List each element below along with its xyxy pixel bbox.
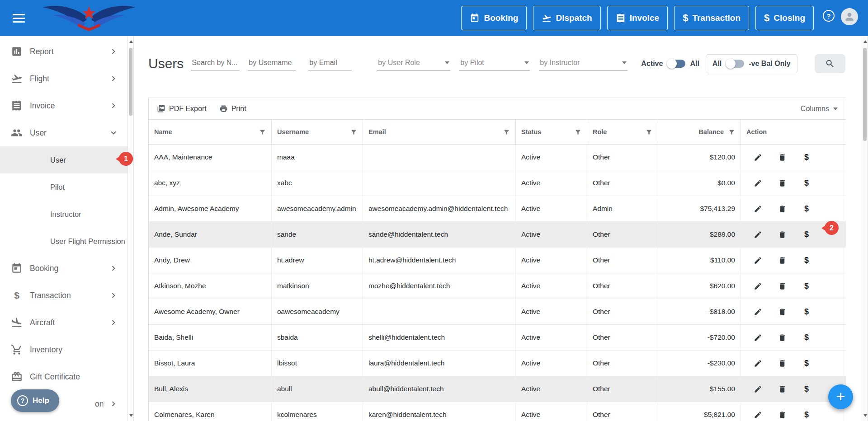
filter-icon[interactable] [259,129,266,136]
delete-button[interactable] [777,411,787,419]
transaction-button[interactable]: $ [802,178,811,188]
column-header-role[interactable]: Role [587,120,658,144]
edit-button[interactable] [753,179,763,187]
edit-button[interactable] [753,256,763,265]
table-row[interactable]: Andy, Drew ht.adrew ht.adrew@hiddentalen… [149,248,846,273]
filter-icon[interactable] [646,129,652,136]
table-row[interactable]: Bissot, Laura lbissot laura@hiddentalent… [149,351,846,376]
search-button[interactable] [815,54,845,73]
table-row[interactable]: Baida, Shelli sbaida shelli@hiddentalent… [149,325,846,351]
table-row[interactable]: abc, xyz xabc Active Other $0.00 $ [149,170,846,196]
transaction-button[interactable]: $ [802,384,811,394]
sidebar-item-booking[interactable]: Booking [0,255,127,282]
transaction-button[interactable]: $ [802,307,811,317]
table-row[interactable]: AAA, Maintenance maaa Active Other $120.… [149,145,846,170]
search-name-input[interactable] [191,57,240,70]
delete-button[interactable] [777,359,787,368]
transaction-button[interactable]: $ [802,230,811,239]
transaction-button[interactable]: $ [802,204,811,214]
sidebar-item-transaction[interactable]: $ Transaction [0,282,127,309]
edit-button[interactable] [753,153,763,162]
column-header-name[interactable]: Name [149,120,272,144]
sidebar-item-flight[interactable]: Flight [0,65,127,92]
table-row[interactable]: Atkinson, Mozhe matkinson mozhe@hiddenta… [149,273,846,299]
nav-closing-button[interactable]: $ Closing [755,6,814,30]
filter-icon[interactable] [503,129,510,136]
column-header-username[interactable]: Username [272,120,363,144]
column-header-email[interactable]: Email [363,120,516,144]
column-header-balance[interactable]: Balance [658,120,741,144]
sidebar-subitem-user-flight-permission[interactable]: User Flight Permission [0,228,127,255]
help-button[interactable]: ? Help [11,389,59,412]
help-icon[interactable]: ? [823,10,835,22]
edit-button[interactable] [753,411,763,419]
scroll-down-arrow[interactable] [129,414,133,419]
delete-button[interactable] [777,282,787,290]
columns-button[interactable]: Columns [801,105,838,113]
search-username-input[interactable] [248,57,296,70]
hamburger-menu-icon[interactable] [13,14,25,23]
table-row[interactable]: Colmenares, Karen kcolmenares karen@hidd… [149,402,846,421]
transaction-button[interactable]: $ [802,256,811,265]
sidebar-item-inventory[interactable]: Inventory [0,336,127,363]
add-user-fab[interactable]: + [828,384,853,409]
edit-button[interactable] [753,308,763,316]
transaction-button[interactable]: $ [802,410,811,420]
table-row[interactable]: Admin, Awesome Academy awesomeacademy.ad… [149,196,846,222]
page-scrollbar[interactable] [862,36,868,421]
delete-button[interactable] [777,205,787,213]
sidebar-item-report[interactable]: Report [0,38,127,65]
negative-balance-switch[interactable] [726,60,744,68]
filter-icon[interactable] [728,129,735,136]
edit-button[interactable] [753,333,763,342]
delete-button[interactable] [777,333,787,342]
nav-invoice-button[interactable]: Invoice [607,6,668,30]
table-row[interactable]: Bull, Alexis abull abull@hiddentalent.te… [149,376,846,402]
sidebar-subitem-user[interactable]: User [0,146,127,173]
active-all-switch[interactable] [667,60,685,68]
avatar[interactable] [841,8,858,25]
edit-button[interactable] [753,230,763,239]
cell-name: Admin, Awesome Academy [149,196,272,221]
nav-booking-button[interactable]: Booking [461,6,527,30]
scrollbar-thumb[interactable] [863,48,867,141]
print-button[interactable]: Print [219,104,246,113]
transaction-button[interactable]: $ [802,359,811,368]
delete-button[interactable] [777,256,787,265]
scroll-down-arrow[interactable] [863,414,867,419]
nav-transaction-button[interactable]: $ Transaction [674,6,749,30]
filter-icon[interactable] [575,129,581,136]
transaction-button[interactable]: $ [802,153,811,162]
sidebar-subitem-instructor[interactable]: Instructor [0,201,127,228]
sidebar-scrollbar[interactable] [127,36,134,421]
pdf-export-button[interactable]: PDF Export [157,104,207,113]
search-email-input[interactable] [308,57,352,70]
table-row[interactable]: Ande, Sundar sande sande@hiddentalent.te… [149,222,846,248]
pilot-select[interactable]: by Pilot [459,57,530,71]
edit-button[interactable] [753,282,763,290]
user-role-select[interactable]: by User Role [377,57,450,71]
scroll-up-arrow[interactable] [863,38,867,43]
edit-button[interactable] [753,385,763,393]
nav-dispatch-button[interactable]: Dispatch [533,6,600,30]
transaction-button[interactable]: $ [802,333,811,342]
delete-button[interactable] [777,385,787,393]
scroll-up-arrow[interactable] [129,38,133,43]
delete-button[interactable] [777,308,787,316]
sidebar-item-user[interactable]: User [0,119,127,146]
filter-icon[interactable] [350,129,357,136]
delete-button[interactable] [777,179,787,187]
sidebar-item-gift-certificate[interactable]: Gift Certificate [0,363,127,390]
delete-button[interactable] [777,153,787,162]
delete-button[interactable] [777,230,787,239]
edit-button[interactable] [753,205,763,213]
sidebar-item-invoice[interactable]: Invoice [0,92,127,119]
sidebar-item-aircraft[interactable]: Aircraft [0,309,127,336]
column-header-status[interactable]: Status [516,120,587,144]
edit-button[interactable] [753,359,763,368]
instructor-select[interactable]: by Instructor [539,57,627,71]
transaction-button[interactable]: $ [802,281,811,291]
sidebar-subitem-pilot[interactable]: Pilot [0,173,127,201]
scrollbar-thumb[interactable] [129,48,132,116]
table-row[interactable]: Awesome Academy, Owner oawesomeacademy A… [149,299,846,325]
